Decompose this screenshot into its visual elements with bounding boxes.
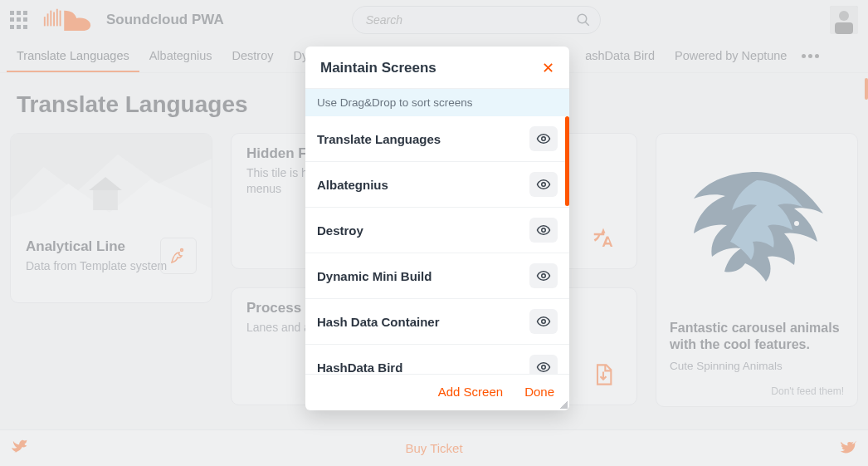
screen-label: HashData Bird [317, 361, 402, 375]
svg-point-20 [542, 228, 546, 233]
done-button[interactable]: Done [524, 385, 554, 399]
screen-item[interactable]: Translate Languages [305, 116, 569, 162]
screen-label: Albategnius [317, 178, 388, 192]
screen-label: Destroy [317, 223, 363, 238]
maintain-screens-modal: Maintain Screens ✕ Use Drag&Drop to sort… [305, 47, 569, 410]
screen-item[interactable]: Dynamic Mini Build [305, 253, 569, 299]
modal-hint: Use Drag&Drop to sort screens [305, 89, 569, 116]
screen-item[interactable]: Hash Data Container [305, 299, 569, 345]
add-screen-button[interactable]: Add Screen [438, 385, 503, 399]
visibility-toggle[interactable] [529, 355, 558, 374]
screens-list: Translate Languages Albategnius Destroy … [305, 116, 569, 374]
screen-item[interactable]: Destroy [305, 208, 569, 253]
svg-point-19 [542, 183, 546, 187]
screen-item[interactable]: Albategnius [305, 162, 569, 208]
close-icon[interactable]: ✕ [542, 61, 554, 76]
svg-point-21 [542, 274, 546, 278]
visibility-toggle[interactable] [529, 172, 558, 197]
visibility-toggle[interactable] [529, 309, 558, 334]
screen-label: Hash Data Container [317, 315, 440, 329]
visibility-toggle[interactable] [529, 218, 558, 243]
modal-title: Maintain Screens [320, 60, 436, 76]
resize-handle[interactable] [559, 400, 568, 409]
svg-point-18 [542, 137, 546, 141]
screen-label: Dynamic Mini Build [317, 269, 432, 283]
screen-label: Translate Languages [317, 132, 441, 146]
modal-scrollbar-thumb[interactable] [565, 116, 569, 206]
visibility-toggle[interactable] [529, 126, 558, 151]
svg-point-23 [542, 365, 546, 370]
visibility-toggle[interactable] [529, 263, 558, 288]
screen-item[interactable]: HashData Bird [305, 345, 569, 374]
svg-point-22 [542, 320, 546, 324]
